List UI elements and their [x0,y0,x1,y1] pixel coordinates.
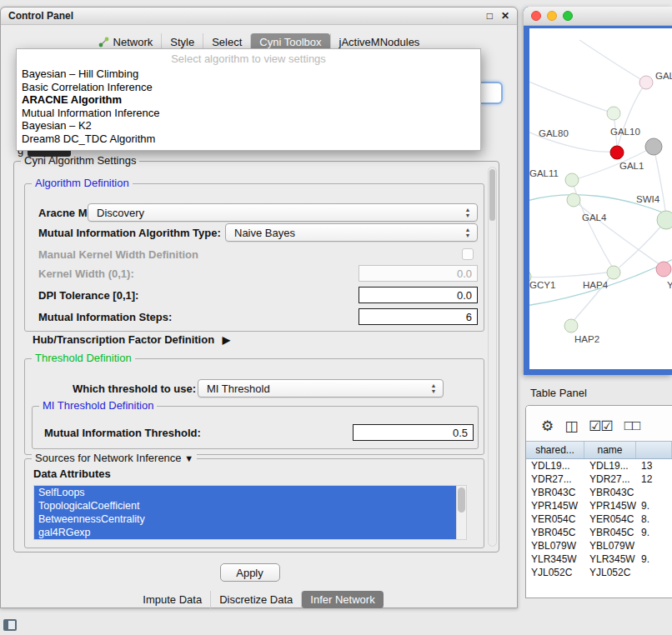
attributes-scrollbar[interactable] [456,486,466,539]
algorithm-option[interactable]: Bayesian – Hill Climbing [17,68,480,81]
table-toolbar: ⚙◫☑☑□□ [526,406,672,441]
mi-threshold-value: 0.5 [453,427,468,439]
close-window-icon[interactable]: ✕ [501,10,509,22]
tab-label: Network [113,36,153,48]
algorithm-option[interactable]: Basic Correlation Inference [17,81,480,94]
network-node[interactable] [657,211,672,229]
expand-arrow-icon[interactable]: ▶ [223,334,230,346]
table-cell: YPR145W [526,500,584,512]
algorithm-dropdown-popup: Select algorithm to view settings Bayesi… [16,48,481,151]
network-icon [98,37,109,48]
float-window-icon[interactable]: □ [487,10,493,22]
attribute-item[interactable]: SelfLoops [34,486,457,499]
network-node[interactable] [610,146,624,159]
network-canvas[interactable]: GALGAL80GAL10GAL11GAL1SWI4GAL4GCY1HAP4YH… [529,28,672,369]
table-row[interactable]: YDR27...YDR27...12 [526,472,672,486]
table-cell: YDR27... [526,473,584,485]
attribute-item[interactable]: BetweennessCentrality [34,512,457,526]
zoom-traffic-light[interactable] [563,11,573,21]
table-row[interactable]: YLR345WYLR345W9. [526,552,672,566]
network-node[interactable] [567,193,580,207]
network-node[interactable] [656,262,671,277]
tab-discretize-data[interactable]: Discretize Data [210,591,301,608]
minimize-traffic-light[interactable] [547,11,557,21]
tab-label: Impute Data [143,593,202,606]
dpi-tolerance-field[interactable]: 0.0 [359,287,478,303]
attribute-item[interactable]: gal4RGexp [34,526,457,539]
table-cell: YJL052C [526,567,584,578]
gear-icon[interactable]: ⚙ [541,418,553,435]
mi-steps-value: 6 [466,311,472,323]
hub-definition-toggle[interactable]: Hub/Transcription Factor Definition ▶ [33,333,230,346]
manual-kernel-width-checkbox[interactable] [462,248,474,260]
column-header-extra[interactable] [636,442,672,458]
column-header-shared[interactable]: shared... [526,442,584,458]
network-node[interactable] [639,76,653,89]
settings-scrollbar[interactable] [488,167,497,547]
combo-arrows-icon: ▲▼ [464,207,472,218]
sources-group-title[interactable]: Sources for Network Inference ▼ [32,452,197,464]
scrollbar-thumb[interactable] [489,169,495,221]
algorithm-option[interactable]: Bayesian – K2 [17,119,480,132]
algorithm-option[interactable]: Mutual Information Inference [17,107,480,120]
node-label: SWI4 [636,194,660,204]
network-node[interactable] [645,138,662,155]
which-threshold-combobox[interactable]: MI Threshold ▲▼ [198,379,444,398]
aracne-mode-value: Discovery [97,207,144,219]
table-panel-window: ⚙◫☑☑□□ shared... name YDL19...YDL19...13… [525,405,672,598]
kernel-width-field[interactable]: 0.0 [359,265,478,282]
network-node[interactable] [565,173,579,187]
table-row[interactable]: YBR043CYBR043C [526,486,672,499]
close-traffic-light[interactable] [531,11,541,21]
mi-threshold-group-title: MI Threshold Definition [39,399,157,412]
collapse-arrow-icon[interactable]: ▼ [184,453,193,463]
algorithm-combo-fragment[interactable] [481,82,503,104]
algorithm-option[interactable]: ARACNE Algorithm [17,93,480,107]
attributes-listbox[interactable]: SelfLoopsTopologicalCoefficientBetweenne… [33,485,467,540]
node-label: GAL1 [619,161,644,171]
tab-label: Discretize Data [219,593,293,606]
table-row[interactable]: YBL079WYBL079W [526,539,672,552]
table-cell: 9. [636,500,672,512]
table-cell: 13 [636,460,672,472]
table-cell: YJL052C [584,567,636,578]
algorithm-option[interactable]: Dream8 DC_TDC Algorithm [17,132,480,146]
tab-impute-data[interactable]: Impute Data [134,591,210,608]
kernel-width-label: Kernel Width (0,1): [38,268,134,280]
hub-definition-label: Hub/Transcription Factor Definition [33,333,214,346]
table-cell: YDR27... [584,473,636,485]
columns-icon[interactable]: ◫ [564,418,577,435]
table-row[interactable]: YPR145WYPR145W9. [526,499,672,512]
mi-steps-field[interactable]: 6 [359,308,478,325]
node-label: GCY1 [529,280,555,290]
table-row[interactable]: YDL19...YDL19...13 [526,459,672,472]
table-row[interactable]: YER054CYER054C8. [526,512,672,526]
network-node[interactable] [607,266,620,279]
tab-infer-network[interactable]: Infer Network [301,591,383,608]
column-header-name[interactable]: name [584,442,636,458]
node-label: GAL4 [582,212,607,222]
unchecked-pair-icon[interactable]: □□ [624,418,640,434]
checked-pair-icon[interactable]: ☑☑ [589,418,612,435]
tab-label: jActiveMNodules [339,36,420,48]
popup-placeholder: Select algorithm to view settings [17,51,480,68]
mi-algorithm-type-combobox[interactable]: Naive Bayes ▲▼ [225,223,478,242]
apply-button-label: Apply [236,567,263,579]
network-graph[interactable]: GALGAL80GAL10GAL11GAL1SWI4GAL4GCY1HAP4YH… [529,28,672,369]
table-cell: YBL079W [584,540,636,552]
algorithm-definition-title: Algorithm Definition [32,177,133,189]
network-node[interactable] [607,107,620,120]
aracne-mode-combobox[interactable]: Discovery ▲▼ [88,203,478,222]
node-label: HAP2 [574,334,599,344]
scrollbar-thumb[interactable] [458,488,465,512]
control-panel-titlebar: Control Panel □ ✕ [1,8,517,25]
panel-dock-icon[interactable] [3,619,17,631]
table-row[interactable]: YBR045CYBR045C9. [526,526,672,539]
mi-threshold-field[interactable]: 0.5 [353,424,474,441]
table-cell: YBL079W [526,540,584,552]
attribute-item[interactable]: TopologicalCoefficient [34,499,457,512]
apply-button[interactable]: Apply [220,563,280,582]
table-row[interactable]: YJL052CYJL052C [526,566,672,579]
network-node[interactable] [564,319,578,332]
node-label: GAL11 [529,168,559,178]
